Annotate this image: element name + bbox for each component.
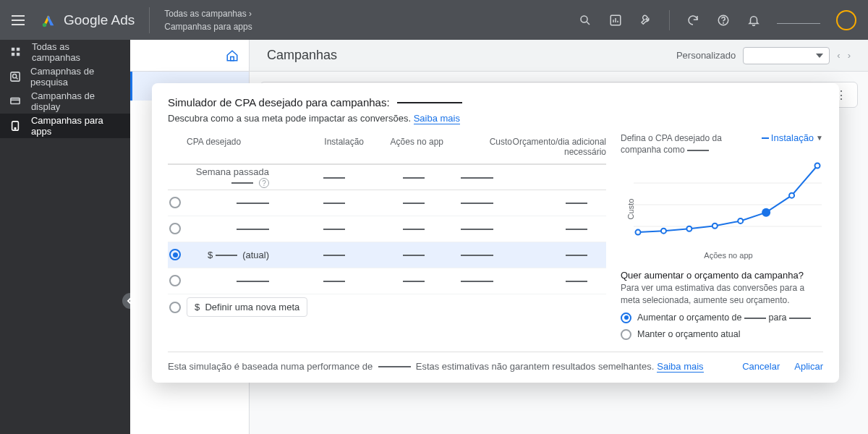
radio-option[interactable]: [169, 302, 181, 313]
svg-point-29: [762, 208, 770, 217]
date-prev-button[interactable]: ‹: [837, 50, 840, 61]
chart-xlabel: Ações no app: [634, 251, 823, 260]
svg-line-15: [16, 77, 17, 79]
sidebar-item-apps[interactable]: Campanhas para apps: [0, 114, 130, 138]
svg-point-28: [738, 218, 743, 224]
main-header: Campanhas Personalizado ‹ ›: [250, 40, 868, 72]
modal-subtitle: Descubra como a sua meta pode impactar a…: [168, 113, 823, 124]
hamburger-menu-icon[interactable]: [12, 12, 29, 29]
app-icon: [10, 120, 21, 132]
table-row-custom[interactable]: $ Definir uma nova meta: [168, 294, 606, 320]
cpa-simulator-modal: Simulador de CPA desejado para campanhas…: [152, 83, 839, 383]
table-row[interactable]: [168, 190, 606, 216]
svg-point-27: [712, 224, 718, 229]
svg-point-0: [43, 22, 47, 26]
chart-ylabel: Custo: [626, 199, 635, 220]
sidebar-item-label: Camapnhas de pesquisa: [30, 66, 120, 88]
google-ads-logo-icon: [41, 12, 56, 28]
redacted-text: [397, 102, 462, 103]
svg-point-30: [789, 193, 794, 198]
svg-point-25: [661, 229, 666, 234]
page-title: Campanhas: [267, 48, 337, 63]
display-icon: [10, 95, 21, 107]
svg-point-19: [15, 128, 17, 129]
overview-home[interactable]: [130, 40, 249, 72]
svg-line-2: [587, 22, 590, 25]
svg-rect-9: [12, 48, 14, 51]
search-square-icon: [10, 71, 20, 82]
refresh-icon[interactable]: [686, 13, 700, 27]
sidebar-item-label: Campanhas para apps: [31, 115, 120, 137]
date-range-dropdown[interactable]: [743, 47, 830, 64]
svg-point-14: [13, 75, 17, 78]
apply-button[interactable]: Aplicar: [794, 361, 823, 372]
chart-description: Defina o CPA desejado da companha como: [621, 132, 756, 156]
svg-rect-10: [17, 48, 20, 51]
reports-icon[interactable]: [608, 13, 623, 27]
radio-option[interactable]: [169, 275, 181, 286]
svg-point-31: [815, 163, 820, 169]
radio-option[interactable]: [169, 197, 181, 208]
product-name: Google Ads: [64, 12, 135, 28]
svg-rect-11: [12, 53, 14, 56]
svg-rect-16: [11, 98, 20, 104]
table-row-last-week: Semana passada ?: [168, 164, 606, 190]
app-header: Google Ads Todas as campanhas › Campanha…: [0, 0, 868, 40]
sidebar-item-display[interactable]: Campanhas de display: [0, 89, 130, 114]
radio-option[interactable]: [169, 223, 181, 234]
date-range-label: Personalizado: [676, 50, 736, 61]
cost-vs-actions-chart: Custo: [634, 161, 822, 248]
sidebar: Todas as campanhas Camapnhas de pesquisa…: [0, 40, 130, 434]
svg-rect-13: [11, 72, 20, 81]
help-icon[interactable]: [716, 13, 731, 27]
svg-point-1: [581, 16, 587, 22]
radio-option[interactable]: [169, 249, 181, 260]
search-icon[interactable]: [578, 13, 592, 27]
date-next-button[interactable]: ›: [848, 50, 851, 61]
grid-icon: [10, 46, 22, 58]
table-header: CPA desejado Instalação Ações no app Cus…: [168, 132, 606, 164]
breadcrumb-current: Campanhas para apps: [164, 22, 252, 32]
notifications-icon[interactable]: [746, 13, 761, 27]
sidebar-item-label: Campanhas de display: [31, 90, 120, 112]
breadcrumb[interactable]: Todas as campanhas › Campanhas para apps: [164, 7, 252, 33]
cpa-table: CPA desejado Instalação Ações no app Cus…: [168, 132, 606, 340]
budget-question: Quer aumentar o orçamento da campanha?: [621, 270, 823, 281]
tools-icon[interactable]: [639, 13, 653, 27]
modal-title: Simulador de CPA desejado para campanhas…: [168, 96, 390, 109]
svg-point-8: [723, 22, 724, 23]
table-row-current[interactable]: $ (atual): [168, 242, 606, 268]
product-logo[interactable]: Google Ads: [41, 12, 135, 28]
table-row[interactable]: [168, 216, 606, 242]
account-label[interactable]: [777, 17, 820, 24]
divider: [149, 7, 150, 33]
svg-point-26: [686, 226, 692, 231]
budget-subtext: Para ver uma estimativa das conversões p…: [621, 282, 823, 307]
define-new-goal-button[interactable]: $ Definir uma nova meta: [187, 297, 307, 317]
budget-option-increase[interactable]: Aumentar o orçamento de para: [621, 312, 823, 323]
cancel-button[interactable]: Cancelar: [742, 361, 780, 372]
sidebar-item-all-campaigns[interactable]: Todas as campanhas: [0, 40, 130, 64]
learn-more-link[interactable]: Saiba mais: [414, 113, 460, 124]
help-icon[interactable]: ?: [259, 178, 269, 188]
sidebar-item-label: Todas as campanhas: [32, 41, 120, 63]
chart-panel: Defina o CPA desejado da companha como I…: [621, 132, 823, 340]
chart-legend-dropdown[interactable]: Instalação ▼: [762, 132, 823, 143]
table-row[interactable]: [168, 268, 606, 294]
divider: [669, 10, 670, 30]
learn-more-link[interactable]: Saiba mais: [657, 361, 703, 373]
avatar[interactable]: [836, 10, 856, 30]
svg-point-24: [636, 230, 641, 235]
sidebar-item-search[interactable]: Camapnhas de pesquisa: [0, 64, 130, 89]
svg-rect-12: [17, 53, 20, 56]
svg-rect-20: [231, 56, 234, 60]
modal-footer: Esta simulação é baseada numa performanc…: [168, 352, 823, 373]
budget-option-keep[interactable]: Manter o orçamento atual: [621, 329, 823, 340]
